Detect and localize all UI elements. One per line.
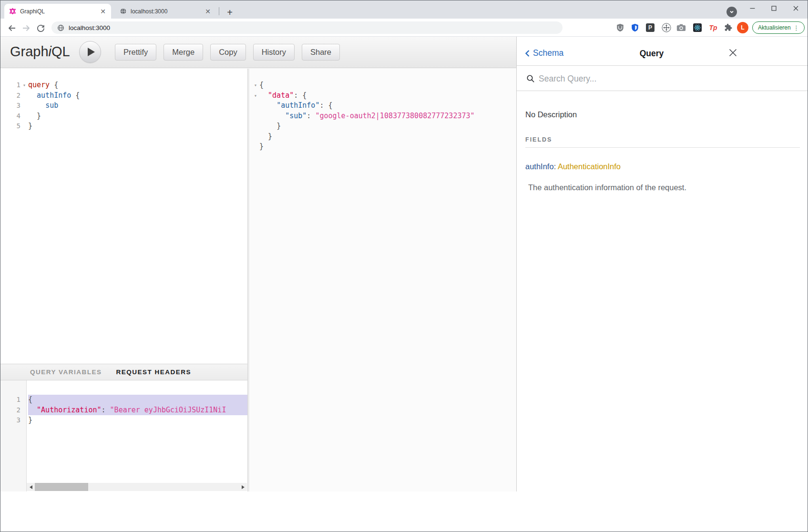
code-text: authInfo {: [28, 91, 247, 101]
code-text: }: [28, 415, 247, 426]
chrome-update-button[interactable]: Aktualisieren ⋮: [752, 21, 805, 34]
request-headers-editor[interactable]: 1{2 "Authorization": "Bearer eyJhbGciOiJ…: [0, 380, 247, 491]
code-text: "sub": "google-oauth2|108377380082777232…: [259, 111, 516, 122]
code-line: 5}: [3, 121, 247, 132]
code-line: 2 authInfo {: [3, 91, 247, 101]
code-line: }: [252, 142, 516, 152]
search-icon: [526, 74, 535, 83]
execute-query-button[interactable]: [79, 41, 101, 63]
tampermonkey-extension-icon[interactable]: Tp: [707, 22, 719, 33]
doc-explorer: Schema Query No Description FIELDS authI…: [516, 37, 808, 491]
doc-close-button[interactable]: [727, 47, 738, 58]
fold-gutter: [20, 91, 28, 101]
doc-back-link[interactable]: Schema: [524, 48, 563, 58]
query-editor[interactable]: 1▾query {2 authInfo {3 sub4 }5}: [0, 69, 247, 364]
type-description: No Description: [525, 110, 800, 119]
scrollbar-thumb[interactable]: [35, 483, 88, 491]
extensions-puzzle-icon[interactable]: [723, 22, 734, 33]
chevron-down-circle-icon[interactable]: [726, 7, 737, 17]
camera-extension-icon[interactable]: [675, 22, 687, 33]
graphiql-app: GraphiQL Prettify Merge Copy History Sha…: [0, 37, 808, 532]
tab-title: GraphiQL: [20, 8, 99, 15]
code-line: }: [252, 121, 516, 132]
tab-query-variables[interactable]: QUERY VARIABLES: [30, 368, 102, 376]
response-viewer[interactable]: ▾{▾ "data": { "authInfo": { "sub": "goog…: [249, 69, 516, 491]
fold-gutter: [20, 111, 28, 122]
tab-divider: [219, 7, 219, 15]
address-bar[interactable]: localhost:3000: [51, 21, 563, 34]
fold-gutter: [20, 405, 28, 416]
line-number: 2: [3, 405, 20, 416]
fold-arrow-icon[interactable]: ▾: [20, 80, 28, 91]
url-text: localhost:3000: [69, 24, 110, 31]
field-colon: :: [554, 162, 556, 171]
field-item: authInfo: AuthenticationInfo: [525, 162, 800, 171]
minimize-button[interactable]: [743, 1, 761, 15]
fields-section-heading: FIELDS: [525, 136, 800, 143]
code-text: "Authorization": "Bearer eyJhbGciOiJSUzI…: [28, 405, 247, 416]
merge-button[interactable]: Merge: [164, 44, 203, 61]
graphiql-topbar: GraphiQL Prettify Merge Copy History Sha…: [0, 37, 516, 68]
horizontal-scrollbar[interactable]: [27, 483, 247, 491]
code-line: "authInfo": {: [252, 101, 516, 111]
bitwarden-extension-icon[interactable]: [629, 22, 641, 33]
share-button[interactable]: Share: [302, 44, 340, 61]
line-number: 1: [3, 80, 20, 91]
code-text: sub: [28, 101, 247, 111]
scroll-right-arrow[interactable]: [239, 483, 247, 491]
line-number: 3: [3, 415, 20, 426]
copy-button[interactable]: Copy: [210, 44, 246, 61]
tab-close-icon[interactable]: ✕: [204, 7, 212, 16]
move-tool-extension-icon[interactable]: [661, 22, 672, 33]
code-line: 2 "Authorization": "Bearer eyJhbGciOiJSU…: [3, 405, 247, 416]
graphiql-logo: GraphiQL: [10, 44, 70, 60]
line-number: 1: [3, 395, 20, 405]
browser-tab-localhost[interactable]: localhost:3000 ✕: [115, 4, 216, 19]
browser-toolbar: localhost:3000 P Tp L Aktualisieren ⋮: [0, 19, 808, 37]
kebab-menu-icon[interactable]: ⋮: [793, 24, 799, 31]
fold-arrow-icon[interactable]: ▾: [252, 91, 259, 101]
scroll-left-arrow[interactable]: [27, 483, 35, 491]
graphiql-toolbar-buttons: Prettify Merge Copy History Share: [115, 44, 340, 61]
new-tab-button[interactable]: +: [224, 6, 236, 19]
fold-gutter: [252, 142, 259, 152]
secondary-editor-tabbar: QUERY VARIABLES REQUEST HEADERS: [0, 364, 247, 380]
maximize-button[interactable]: [765, 1, 783, 15]
line-number: 4: [3, 111, 20, 122]
ublock-extension-icon[interactable]: [614, 22, 626, 33]
site-globe-icon: [57, 24, 64, 31]
fold-gutter: [252, 111, 259, 122]
code-line: 3 sub: [3, 101, 247, 111]
react-devtools-extension-icon[interactable]: [692, 22, 703, 33]
field-name-link[interactable]: authInfo: [525, 162, 554, 171]
reload-button[interactable]: [35, 22, 46, 34]
browser-tab-graphiql[interactable]: GraphiQL ✕: [4, 4, 111, 19]
fold-arrow-icon[interactable]: ▾: [252, 80, 259, 91]
code-text: {: [28, 395, 247, 405]
field-type-link[interactable]: AuthenticationInfo: [558, 162, 621, 171]
profile-avatar[interactable]: L: [737, 22, 748, 33]
tab-request-headers[interactable]: REQUEST HEADERS: [116, 368, 192, 376]
tab-close-icon[interactable]: ✕: [99, 7, 107, 16]
p-extension-icon[interactable]: P: [644, 22, 656, 33]
line-number: 3: [3, 101, 20, 111]
doc-back-label: Schema: [533, 48, 563, 58]
fold-gutter: [252, 121, 259, 132]
forward-button[interactable]: [20, 22, 32, 34]
doc-explorer-header: Schema Query: [517, 37, 808, 66]
code-text: {: [259, 80, 516, 91]
code-text: "authInfo": {: [259, 101, 516, 111]
close-icon: [729, 49, 737, 57]
history-button[interactable]: History: [253, 44, 295, 61]
browser-window: { "browser": { "tabs": [ { "title": "Gra…: [0, 0, 808, 532]
close-window-button[interactable]: [787, 1, 805, 15]
doc-explorer-body: No Description FIELDS authInfo: Authenti…: [517, 110, 808, 192]
code-line: "sub": "google-oauth2|108377380082777232…: [252, 111, 516, 122]
code-line: 1{: [3, 395, 247, 405]
code-line: 1▾query {: [3, 80, 247, 91]
code-text: }: [259, 142, 516, 152]
prettify-button[interactable]: Prettify: [115, 44, 156, 61]
fold-gutter: [20, 415, 28, 426]
back-button[interactable]: [6, 22, 18, 34]
doc-search-input[interactable]: [539, 72, 739, 85]
